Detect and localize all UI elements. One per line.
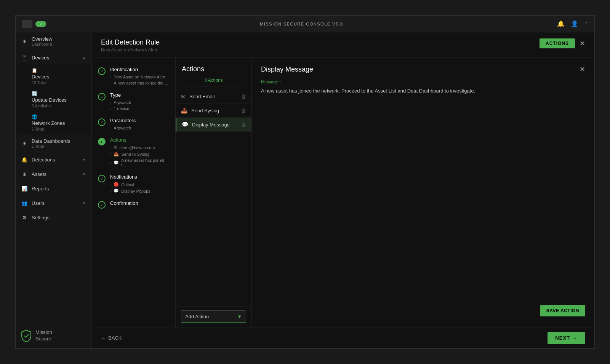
detections-label: Detections [32,157,78,163]
step-circle-confirmation: ✓ [98,201,106,209]
sidebar-item-update-devices[interactable]: 🔄 Update Devices 0 Available [16,88,91,111]
send-syslog-icon: 📤 [181,107,187,113]
sidebar-item-settings[interactable]: ⚙ Settings [16,210,91,225]
content-area: Edit Detection Rule New Asset on Network… [92,32,594,348]
step-child-arpwatch[interactable]: › Arpwatch [110,99,169,105]
sidebar: ⊞ Overview Dashboard 📱 Devices ▲ 📋 Devic… [16,32,92,348]
sidebar-item-assets[interactable]: ⊞ Assets ▼ [16,167,91,181]
dm-right-actions: SAVE ACTION [261,302,585,319]
data-dashboards-label: Data Dashboards [32,138,70,144]
step-child-alert-name[interactable]: › New Asset on Network Alert [110,74,169,80]
display-message-name: Display Message [192,122,237,128]
save-action-button[interactable]: SAVE ACTION [540,305,585,316]
alert-desc-label: A new asset has joined the ... [114,81,168,85]
step-child-message-action[interactable]: › 💬 A new asset has joined t... [110,157,169,168]
step-type: ✓ Type › Arpwatch [92,89,175,115]
steps-panel: ✓ Identification › New Asset on Network … [92,57,176,327]
delete-send-syslog-icon[interactable]: 🗑 [241,108,246,113]
users-label: Users [32,200,78,206]
dm-message-textarea[interactable]: A new asset has joined the network. Proc… [261,87,520,122]
step-title-parameters: Parameters [110,118,169,123]
dm-label: Message * [261,80,585,84]
close-detection-rule-button[interactable]: ✕ [580,39,585,48]
sidebar-item-users[interactable]: 👥 Users ▼ [16,196,91,210]
next-button[interactable]: NEXT → [548,332,585,344]
user-icon[interactable]: 👤 [571,20,578,27]
step-child-critical[interactable]: › 🔴 Critical [110,181,169,188]
back-arrow-icon: ← [101,335,106,341]
step-child-syslog-action[interactable]: › 📤 Send to Syslog [110,151,169,157]
sidebar-item-reports[interactable]: 📊 Reports [16,181,91,196]
logout-icon[interactable]: ⎖ [584,21,588,27]
step-children-notifications: › 🔴 Critical › 💬 Display Popups [110,181,169,194]
top-bar: ✓ MISSION SECURE CONSOLE V5.0 🔔 👤 ⎖ [16,16,594,32]
devices-sub-count: 10 Total [32,80,86,85]
assets-label: Assets [32,171,78,177]
step-child-email-action[interactable]: › ✉ alerts@hcwco.com [110,144,169,151]
back-label: BACK [108,335,122,341]
delete-send-email-icon[interactable]: 🗑 [241,94,246,99]
notification-icon[interactable]: 🔔 [557,20,565,27]
dm-title: Display Message [261,65,313,73]
action-item-send-email[interactable]: ✉ Send Email 🗑 [176,89,251,104]
data-dashboards-count: 1 Total [32,144,70,148]
devices-submenu: 📋 Devices 10 Total 🔄 Update Devices 0 Av… [16,65,91,134]
sidebar-item-detections[interactable]: 🔔 Detections ▼ [16,152,91,167]
users-icon: 👥 [21,200,28,206]
edit-header-left: Edit Detection Rule New Asset on Network… [101,38,160,53]
display-popups-label: Display Popups [121,189,150,193]
overview-icon: ⊞ [21,38,28,45]
step-body-confirmation: Confirmation [110,200,169,208]
step-child-display-popups[interactable]: › 💬 Display Popups [110,188,169,194]
step-child-arpwatch-param[interactable]: › Arpwatch [110,125,169,131]
sidebar-item-data-dashboards[interactable]: ⊞ Data Dashboards 1 Total [16,134,91,152]
step-child-alert-desc[interactable]: › A new asset has joined the ... [110,80,169,86]
actions-list-panel: Actions 3 Actions ✉ Send Email 🗑 📤 Send … [176,57,252,327]
actions-list-header: Actions 3 Actions [176,57,251,89]
send-email-icon: ✉ [181,93,186,99]
dm-close-button[interactable]: ✕ [580,65,585,73]
sidebar-item-overview[interactable]: ⊞ Overview Dashboard [16,32,91,50]
add-action-label: Add Action [185,314,209,319]
add-action-select[interactable]: Add Action ▼ [181,310,246,323]
action-item-display-message[interactable]: 💬 Display Message 🗑 [176,118,251,132]
back-button[interactable]: ← BACK [101,335,122,341]
network-zones-count: 5 Total [32,127,86,131]
step-circle-parameters: ✓ [98,118,106,126]
step-title-confirmation: Confirmation [110,200,169,206]
step-child-1device[interactable]: › 1 device [110,105,169,112]
add-action-chevron-icon: ▼ [237,314,242,319]
edit-header: Edit Detection Rule New Asset on Network… [92,32,594,57]
delete-display-message-icon[interactable]: 🗑 [241,122,246,128]
sidebar-item-devices-parent[interactable]: 📱 Devices ▲ [16,50,91,65]
next-label: NEXT [555,335,570,341]
actions-list-items: ✉ Send Email 🗑 📤 Send Syslog 🗑 💬 Display… [176,89,251,306]
action-item-send-syslog[interactable]: 📤 Send Syslog 🗑 [176,104,251,118]
assets-chevron: ▼ [82,172,86,176]
step-children-actions: › ✉ alerts@hcwco.com › 📤 Send to Syslog [110,144,169,168]
app-title: MISSION SECURE CONSOLE V5.0 [260,22,343,26]
sidebar-item-network-zones[interactable]: 🌐 Network Zones 5 Total [16,111,91,134]
actions-button[interactable]: ACTIONS [540,38,575,48]
actions-list-title: Actions [182,65,245,73]
edit-header-right: ACTIONS ✕ [540,38,585,48]
display-message-icon: 💬 [182,121,188,128]
devices-chevron: ▲ [82,56,86,60]
send-email-name: Send Email [189,94,237,99]
display-message-panel: Display Message ✕ Message * A new asset … [252,57,594,327]
devices-sub-title: Devices [32,74,86,80]
sidebar-item-devices[interactable]: 📋 Devices 10 Total [16,65,91,88]
users-chevron: ▼ [82,201,86,205]
steps-actions-area: ✓ Identification › New Asset on Network … [92,57,594,327]
assets-icon: ⊞ [21,171,28,177]
status-indicator: ✓ [35,21,46,27]
step-circle-notifications: ✓ [98,175,106,182]
reports-icon: 📊 [21,185,28,192]
dm-content-area: Message * A new asset has joined the net… [261,80,585,302]
logo-name: Mission [35,329,52,336]
dm-header: Display Message ✕ [261,65,585,73]
logo-sub: Secure [35,336,52,342]
email-action-label: alerts@hcwco.com [119,145,155,150]
step-actions: › Actions › ✉ alerts@hcwco.com [92,134,175,171]
devices-icon: 📱 [21,54,28,61]
